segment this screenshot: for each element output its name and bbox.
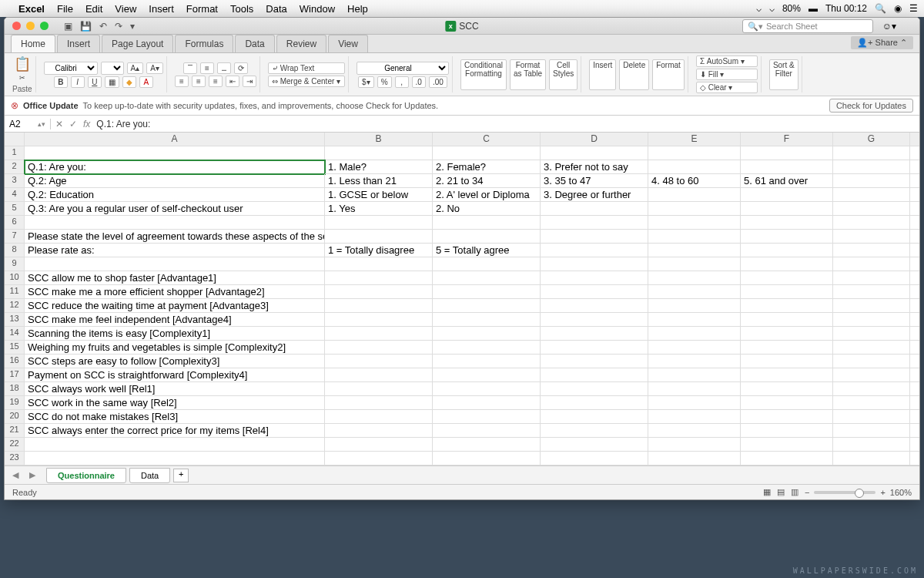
cell[interactable] (910, 271, 919, 285)
col-header[interactable]: G (833, 133, 910, 146)
cell[interactable]: SCC allow me to shop faster [Advantage1] (25, 271, 325, 285)
cell[interactable] (833, 382, 910, 396)
cut-icon[interactable]: ✂ (19, 74, 25, 82)
cell[interactable] (833, 160, 910, 174)
formula-input[interactable]: Q.1: Are you: (96, 119, 150, 129)
cell[interactable]: Q.2: Age (25, 174, 325, 188)
align-center-button[interactable]: ≡ (192, 76, 206, 87)
cell[interactable] (433, 355, 541, 368)
cell[interactable] (648, 382, 741, 396)
cell[interactable]: SCC reduce the waiting time at payment [… (25, 299, 325, 313)
row-header[interactable]: 22 (5, 438, 25, 452)
cell[interactable]: 2. No (433, 202, 541, 216)
cell[interactable] (833, 285, 910, 299)
undo-icon[interactable]: ↶ (99, 21, 107, 32)
cell[interactable] (648, 244, 741, 257)
cell[interactable]: 3. 35 to 47 (541, 174, 648, 188)
cell[interactable] (910, 174, 919, 188)
cell[interactable] (833, 341, 910, 355)
row-header[interactable]: 5 (5, 202, 25, 216)
minimize-button[interactable] (26, 22, 35, 30)
cell[interactable] (325, 271, 433, 285)
cell[interactable] (741, 230, 833, 244)
row-header[interactable]: 1 (5, 146, 25, 160)
share-button[interactable]: 👤+ Share ⌃ (851, 36, 913, 49)
cell[interactable] (741, 285, 833, 299)
cell[interactable] (541, 271, 648, 285)
row-header[interactable]: 16 (5, 355, 25, 368)
close-icon[interactable]: ⊗ (11, 100, 18, 111)
cell[interactable]: SCC make me feel independent [Advantage4… (25, 313, 325, 327)
cell[interactable] (833, 368, 910, 382)
cell[interactable] (910, 216, 919, 230)
name-box[interactable]: A2▴▾ (5, 119, 51, 129)
cell[interactable] (648, 257, 741, 271)
comma-button[interactable]: , (395, 76, 409, 88)
page-break-view-icon[interactable]: ▥ (791, 487, 798, 497)
cell[interactable] (833, 202, 910, 216)
orientation-button[interactable]: ⟳ (234, 62, 248, 74)
cell[interactable]: Please rate as: (25, 244, 325, 257)
cell[interactable] (648, 341, 741, 355)
cell[interactable] (741, 452, 833, 465)
cell[interactable] (541, 299, 648, 313)
cell[interactable] (910, 396, 919, 410)
cell[interactable] (741, 146, 833, 160)
row-header[interactable]: 20 (5, 410, 25, 424)
inc-decimal-button[interactable]: .0 (412, 76, 426, 88)
cell[interactable] (325, 299, 433, 313)
font-select[interactable]: Calibri (44, 62, 98, 75)
cell[interactable] (741, 271, 833, 285)
cell[interactable] (648, 313, 741, 327)
cell[interactable] (833, 216, 910, 230)
cell[interactable]: 4. 48 to 60 (648, 174, 741, 188)
cell[interactable]: Scanning the items is easy [Complexity1] (25, 327, 325, 341)
cell[interactable] (833, 313, 910, 327)
cell[interactable] (433, 216, 541, 230)
tab-data[interactable]: Data (235, 35, 274, 52)
cell[interactable] (541, 285, 648, 299)
cell[interactable] (833, 299, 910, 313)
cell[interactable]: 2. Female? (433, 160, 541, 174)
italic-button[interactable]: I (71, 76, 85, 88)
cell[interactable] (910, 438, 919, 452)
row-header[interactable]: 15 (5, 341, 25, 355)
cell[interactable] (648, 146, 741, 160)
row-header[interactable]: 7 (5, 230, 25, 244)
bluetooth-icon[interactable]: ⌵ (756, 3, 762, 14)
wifi-icon[interactable]: ⌵ (769, 3, 775, 14)
zoom-button[interactable] (40, 22, 49, 30)
cell[interactable] (541, 368, 648, 382)
cell[interactable]: 3. Prefer not to say (541, 160, 648, 174)
cell[interactable] (433, 396, 541, 410)
cell[interactable] (648, 160, 741, 174)
spotlight-icon[interactable]: 🔍 (875, 3, 886, 14)
cell[interactable]: Payment on SCC is straightforward [Compl… (25, 368, 325, 382)
cell[interactable]: 1. Less than 21 (325, 174, 433, 188)
app-name[interactable]: Excel (18, 3, 45, 15)
cell[interactable]: SCC make me a more efficient shopper [Ad… (25, 285, 325, 299)
cell[interactable] (325, 396, 433, 410)
format-cells-button[interactable]: Format (652, 59, 685, 90)
cell[interactable] (910, 355, 919, 368)
cell[interactable] (325, 438, 433, 452)
cell[interactable]: 2. A' level or Diploma (433, 188, 541, 202)
cell[interactable] (325, 368, 433, 382)
cell[interactable] (433, 230, 541, 244)
menu-icon[interactable]: ☰ (909, 3, 918, 14)
cell[interactable] (741, 382, 833, 396)
cell[interactable] (325, 382, 433, 396)
sheet-tab-questionnaire[interactable]: Questionnaire (46, 468, 126, 483)
sheet-tab-data[interactable]: Data (129, 468, 170, 483)
cell[interactable] (833, 327, 910, 341)
indent-inc-button[interactable]: ⇥ (243, 76, 256, 87)
cell[interactable] (648, 327, 741, 341)
menu-format[interactable]: Format (186, 3, 218, 15)
cell[interactable] (910, 146, 919, 160)
cell[interactable] (741, 355, 833, 368)
font-size-select[interactable]: 11 (101, 62, 124, 75)
cell[interactable]: SCC do not make mistakes [Rel3] (25, 410, 325, 424)
cell[interactable] (741, 257, 833, 271)
cell[interactable] (741, 244, 833, 257)
cell[interactable] (741, 410, 833, 424)
